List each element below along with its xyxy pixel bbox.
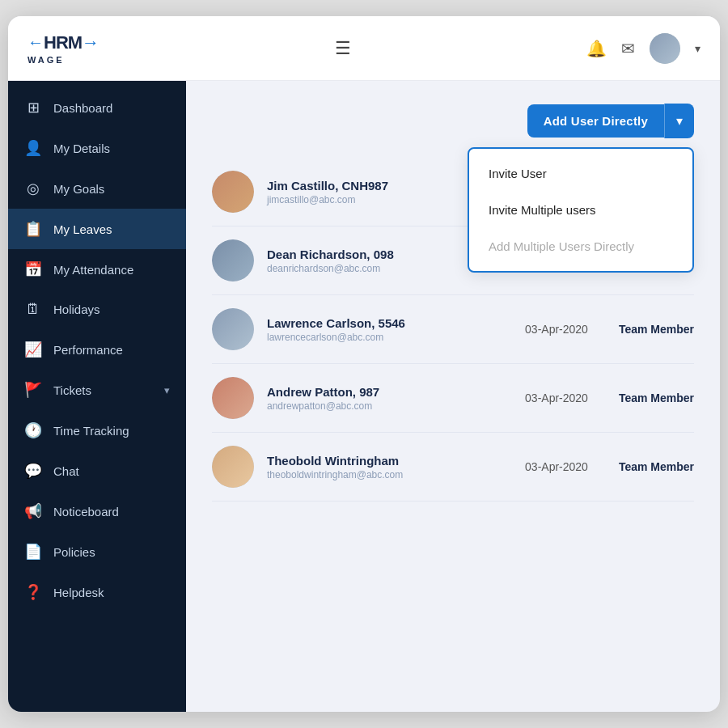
sidebar-label-my-leaves: My Leaves [53,222,112,236]
sidebar-label-my-attendance: My Attendance [53,263,133,277]
header-right: 🔔 ✉ ▾ [586,33,700,64]
sidebar-item-holidays[interactable]: 🗓 Holidays [8,290,186,329]
table-row: Lawrence Carlson, 5546 lawrencecarlson@a… [212,295,694,364]
header: ← HRM → WAGE ☰ 🔔 ✉ ▾ [8,16,720,81]
sidebar-item-helpdesk[interactable]: ❓ Helpdesk [8,572,186,612]
avatar-image-4 [212,377,254,419]
my-attendance-icon: 📅 [24,260,42,278]
user-name-3: Lawrence Carlson, 5546 [267,316,508,330]
time-tracking-icon: 🕐 [24,421,42,439]
user-name-4: Andrew Patton, 987 [267,385,508,399]
my-goals-icon: ◎ [24,180,42,197]
tickets-icon: 🚩 [24,381,42,399]
logo-arrow-right: → [82,32,99,53]
logo-area: ← HRM → WAGE [28,32,99,65]
user-avatar-1 [212,171,254,213]
user-role-5: Team Member [605,460,694,473]
user-role-4: Team Member [605,392,694,404]
user-avatar-2 [212,239,254,281]
user-role-3: Team Member [605,323,694,336]
dropdown-item-invite-user[interactable]: Invite User [469,155,692,192]
logo-top: ← HRM → [28,32,99,53]
bell-icon[interactable]: 🔔 [586,39,607,58]
avatar-image-1 [212,171,254,213]
dashboard-icon: ⊞ [24,99,42,116]
logo-wrapper: ← HRM → WAGE [28,32,99,65]
sidebar-item-my-details[interactable]: 👤 My Details [8,128,186,168]
logo-arrow-icon: ← [28,33,44,52]
sidebar-label-helpdesk: Helpdesk [53,586,104,599]
sidebar-label-time-tracking: Time Tracking [53,424,129,438]
performance-icon: 📈 [24,341,42,358]
logo-wage-text: WAGE [28,55,65,65]
avatar[interactable] [650,33,680,64]
sidebar-label-policies: Policies [53,545,95,559]
avatar-image-5 [212,446,254,488]
sidebar-label-chat: Chat [53,464,79,478]
logo-hrm-text: HRM [44,34,82,52]
mail-icon[interactable]: ✉ [621,39,635,58]
user-avatar-5 [212,446,254,488]
helpdesk-icon: ❓ [24,583,42,601]
sidebar-label-my-goals: My Goals [53,182,104,196]
user-name-5: Theobold Wintringham [267,454,508,468]
user-avatar-4 [212,377,254,419]
user-email-4: andrewpatton@abc.com [267,400,508,412]
my-details-icon: 👤 [24,139,42,157]
sidebar-item-my-leaves[interactable]: 📋 My Leaves [8,209,186,249]
user-date-3: 03-Apr-2020 [508,323,605,336]
user-avatar-3 [212,308,254,350]
sidebar-label-noticeboard: Noticeboard [53,505,119,518]
chat-icon: 💬 [24,462,42,480]
profile-chevron-down-icon[interactable]: ▾ [695,42,700,55]
my-leaves-icon: 📋 [24,220,42,238]
sidebar-item-chat[interactable]: 💬 Chat [8,451,186,491]
sidebar-label-holidays: Holidays [53,303,100,316]
sidebar-item-tickets[interactable]: 🚩 Tickets ▾ [8,370,186,410]
add-user-directly-button[interactable]: Add User Directly [527,104,664,138]
user-info-3: Lawrence Carlson, 5546 lawrencecarlson@a… [267,316,508,343]
tickets-chevron-icon: ▾ [164,384,170,396]
add-user-dropdown-button[interactable]: ▾ [664,104,694,138]
sidebar-item-time-tracking[interactable]: 🕐 Time Tracking [8,410,186,451]
user-email-3: lawrencecarlson@abc.com [267,332,508,343]
sidebar-item-performance[interactable]: 📈 Performance [8,329,186,370]
dropdown-item-add-multiple-directly[interactable]: Add Multiple Users Directly [469,228,692,265]
holidays-icon: 🗓 [24,301,42,318]
user-info-4: Andrew Patton, 987 andrewpatton@abc.com [267,385,508,412]
sidebar-item-dashboard[interactable]: ⊞ Dashboard [8,87,186,128]
user-date-4: 03-Apr-2020 [508,392,605,404]
sidebar-item-policies[interactable]: 📄 Policies [8,531,186,572]
app-container: ← HRM → WAGE ☰ 🔔 ✉ ▾ ⊞ Dashboard [8,16,720,712]
sidebar-label-performance: Performance [53,343,123,357]
sidebar: ⊞ Dashboard 👤 My Details ◎ My Goals 📋 My… [8,81,186,712]
avatar-image-2 [212,239,254,281]
sidebar-label-dashboard: Dashboard [53,101,112,115]
dropdown-menu: Invite User Invite Multiple users Add Mu… [468,147,694,273]
top-bar: Add User Directly ▾ Invite User Invite M… [212,104,694,138]
table-row: Theobold Wintringham theoboldwintringham… [212,433,694,502]
sidebar-item-my-goals[interactable]: ◎ My Goals [8,168,186,209]
main-content: Add User Directly ▾ Invite User Invite M… [186,81,720,712]
sidebar-label-my-details: My Details [53,142,110,155]
table-row: Andrew Patton, 987 andrewpatton@abc.com … [212,364,694,433]
hamburger-icon[interactable]: ☰ [328,35,358,62]
user-email-5: theoboldwintringham@abc.com [267,469,508,480]
sidebar-item-noticeboard[interactable]: 📢 Noticeboard [8,491,186,531]
policies-icon: 📄 [24,543,42,561]
sidebar-item-my-attendance[interactable]: 📅 My Attendance [8,249,186,290]
noticeboard-icon: 📢 [24,502,42,520]
user-info-5: Theobold Wintringham theoboldwintringham… [267,454,508,480]
user-date-5: 03-Apr-2020 [508,460,605,473]
sidebar-label-tickets: Tickets [53,383,91,397]
dropdown-arrow-icon: ▾ [676,114,683,128]
body-area: ⊞ Dashboard 👤 My Details ◎ My Goals 📋 My… [8,81,720,712]
avatar-image [650,33,680,64]
add-user-button-group: Add User Directly ▾ Invite User Invite M… [527,104,694,138]
dropdown-item-invite-multiple[interactable]: Invite Multiple users [469,192,692,228]
avatar-image-3 [212,308,254,350]
